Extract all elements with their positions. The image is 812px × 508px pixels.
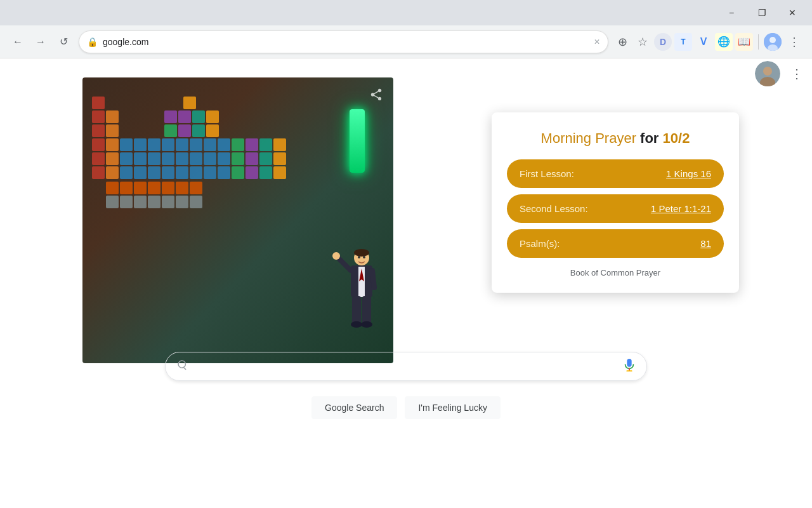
- svg-rect-11: [352, 296, 361, 324]
- title-bar: − ❐ ✕: [0, 0, 812, 25]
- v-extension-icon[interactable]: V: [695, 33, 712, 51]
- popup-title-morning-prayer: Morning Prayer: [541, 130, 636, 146]
- second-lesson-label: Second Lesson:: [520, 203, 588, 214]
- minimize-button[interactable]: −: [717, 3, 746, 23]
- first-lesson-card[interactable]: First Lesson: 1 Kings 16: [507, 159, 724, 188]
- search-bar[interactable]: [165, 352, 647, 381]
- psalm-card[interactable]: Psalm(s): 81: [507, 229, 724, 258]
- content-menu-icon[interactable]: ⋮: [787, 64, 807, 84]
- psalm-link[interactable]: 81: [700, 238, 711, 249]
- toolbar-divider: [758, 34, 759, 50]
- feeling-lucky-button[interactable]: I'm Feeling Lucky: [405, 396, 501, 419]
- search-area: Google Search I'm Feeling Lucky: [165, 352, 647, 419]
- chrome-menu-button[interactable]: ⋮: [784, 32, 804, 52]
- hex-extension-icon[interactable]: 🌐: [715, 33, 733, 51]
- second-lesson-link[interactable]: 1 Peter 1:1-21: [651, 203, 711, 214]
- t-extension-icon[interactable]: T: [674, 33, 692, 51]
- discord-extension-icon[interactable]: D: [654, 33, 672, 51]
- maximize-button[interactable]: ❐: [747, 3, 776, 23]
- back-icon: ←: [13, 36, 23, 48]
- doodle-image: [82, 77, 393, 363]
- clear-icon: ✕: [594, 37, 600, 46]
- svg-point-15: [358, 256, 360, 258]
- first-lesson-link[interactable]: 1 Kings 16: [666, 168, 711, 179]
- reload-icon: ↺: [60, 36, 68, 48]
- svg-rect-12: [362, 296, 371, 324]
- popup-title-for: for: [640, 130, 658, 146]
- popup-footer: Book of Common Prayer: [507, 268, 724, 277]
- popup-title: Morning Prayer for 10/2: [507, 130, 724, 147]
- content-area: Google Search I'm Feeling Lucky Morning …: [0, 58, 812, 508]
- svg-point-4: [354, 249, 369, 257]
- search-buttons: Google Search I'm Feeling Lucky: [311, 396, 501, 419]
- svg-point-13: [351, 321, 362, 328]
- mic-icon[interactable]: [622, 358, 636, 375]
- morning-prayer-popup: Morning Prayer for 10/2 First Lesson: 1 …: [492, 112, 739, 293]
- svg-point-9: [332, 252, 340, 260]
- address-bar[interactable]: 🔒 google.com ✕: [79, 30, 608, 53]
- geo-extension-icon[interactable]: ⊕: [613, 33, 631, 51]
- nav-buttons: ← → ↺: [8, 32, 74, 52]
- book-extension-icon[interactable]: 📖: [735, 33, 753, 51]
- svg-point-14: [361, 321, 372, 328]
- bookmark-icon[interactable]: ☆: [634, 33, 652, 51]
- toolbar-extensions: ⊕ ☆ D T V 🌐 📖 ⋮: [613, 32, 804, 52]
- back-button[interactable]: ←: [8, 32, 28, 52]
- content-profile-avatar[interactable]: [755, 61, 780, 86]
- search-icon: [176, 359, 187, 374]
- google-doodle: [82, 77, 393, 370]
- first-lesson-label: First Lesson:: [520, 168, 574, 179]
- svg-point-18: [763, 67, 772, 76]
- close-button[interactable]: ✕: [778, 3, 807, 23]
- svg-line-10: [372, 271, 374, 288]
- psalm-label: Psalm(s):: [520, 238, 560, 249]
- google-search-button[interactable]: Google Search: [311, 396, 397, 419]
- forward-icon: →: [36, 36, 46, 48]
- lock-icon: 🔒: [87, 37, 98, 47]
- profile-avatar[interactable]: [764, 33, 782, 51]
- svg-point-1: [769, 37, 776, 43]
- browser-toolbar: ← → ↺ 🔒 google.com ✕ ⊕ ☆ D T V 🌐 📖 ⋮: [0, 25, 812, 58]
- second-lesson-card[interactable]: Second Lesson: 1 Peter 1:1-21: [507, 194, 724, 223]
- reload-button[interactable]: ↺: [53, 32, 74, 52]
- popup-title-date: 10/2: [663, 130, 690, 146]
- svg-point-16: [363, 256, 365, 258]
- address-text: google.com: [103, 37, 589, 47]
- forward-button[interactable]: →: [30, 32, 51, 52]
